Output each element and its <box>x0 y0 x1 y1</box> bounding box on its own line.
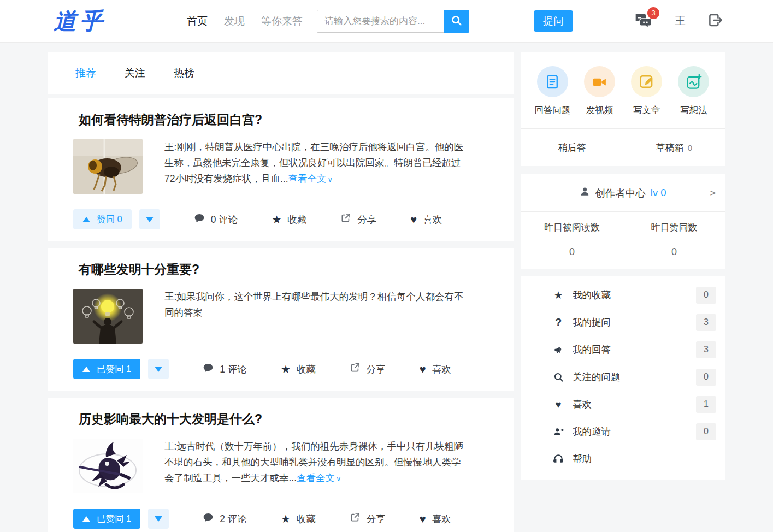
chat-bubbles-icon <box>634 22 653 31</box>
post-title[interactable]: 如何看待特朗普治疗后返回白宫? <box>79 111 492 128</box>
creation-card: 回答问题 发视频 <box>521 52 725 166</box>
upvote-button[interactable]: 赞同 0 <box>73 209 132 229</box>
triangle-down-icon <box>155 516 162 522</box>
chevron-right-icon: > <box>710 187 716 198</box>
search-input[interactable] <box>317 10 444 33</box>
count-badge: 0 <box>696 369 716 386</box>
tab-recommended[interactable]: 推荐 <box>75 66 96 80</box>
notification-badge: 3 <box>647 7 659 19</box>
creator-center-card: 创作者中心 lv 0 > 昨日被阅读数 0 昨日赞同数 0 <box>521 174 725 269</box>
collect-button[interactable]: ★ 收藏 <box>281 363 316 376</box>
messages-button[interactable]: 3 <box>634 13 653 29</box>
star-icon: ★ <box>281 513 291 524</box>
create-answer-button[interactable]: 回答问题 <box>529 66 576 116</box>
post-card: 有哪些发明十分重要? <box>48 248 514 391</box>
heart-icon: ♥ <box>420 513 426 524</box>
invite-person-icon <box>551 427 565 437</box>
create-video-button[interactable]: 发视频 <box>576 66 623 116</box>
search-icon <box>451 15 462 28</box>
menu-item-my-questions[interactable]: ? 我的提问 3 <box>521 309 725 336</box>
nav-item-discover[interactable]: 发现 <box>224 14 245 28</box>
like-button[interactable]: ♥ 喜欢 <box>420 363 451 376</box>
post-thumbnail-lightbulb-idea[interactable] <box>73 289 143 344</box>
menu-item-my-answers[interactable]: 我的回答 3 <box>521 336 725 363</box>
write-article-icon <box>631 66 662 97</box>
post-excerpt: 王:远古时代（数十万年前），我们的祖先赤身裸体，手中只有几块粗陋不堪的石头，和其… <box>164 439 464 493</box>
downvote-button[interactable] <box>148 359 169 379</box>
logout-button[interactable] <box>707 12 724 31</box>
menu-item-my-invites[interactable]: 我的邀请 0 <box>521 418 725 445</box>
post-action-bar: 已赞同 1 2 评论 ★ 收藏 <box>73 509 492 529</box>
nav-item-waiting-answer[interactable]: 等你来答 <box>261 14 303 28</box>
main-nav: 首页 发现 等你来答 <box>187 14 303 28</box>
downvote-button[interactable] <box>148 509 169 529</box>
question-icon: ? <box>551 317 565 328</box>
post-card: 历史影响最大的十大发明是什么? <box>48 398 514 532</box>
like-button[interactable]: ♥ 喜欢 <box>420 512 451 525</box>
tab-following[interactable]: 关注 <box>125 66 145 80</box>
later-drafts-row: 稍后答 草稿箱 0 <box>521 128 725 166</box>
triangle-down-icon <box>155 367 162 372</box>
comments-button[interactable]: 0 评论 <box>194 213 238 226</box>
nav-item-home[interactable]: 首页 <box>187 14 208 28</box>
star-icon: ★ <box>272 214 281 225</box>
top-header: 道乎 首页 发现 等你来答 提问 <box>0 0 773 43</box>
page-content: 推荐 关注 热榜 如何看待特朗普治疗后返回白宫? <box>48 43 725 532</box>
menu-item-likes[interactable]: ♥ 喜欢 1 <box>521 391 725 418</box>
collect-button[interactable]: ★ 收藏 <box>272 213 306 226</box>
current-user-name[interactable]: 王 <box>675 14 686 28</box>
post-body: 王:如果我问你，这个世界上有哪些最伟大的发明？相信每个人都会有不同的答案 <box>73 289 492 344</box>
post-thumbnail-ink-warrior[interactable] <box>73 439 143 493</box>
read-more-link[interactable]: 查看全文∨ <box>288 173 333 184</box>
comments-button[interactable]: 1 评论 <box>203 363 247 376</box>
write-idea-icon <box>678 66 709 97</box>
create-article-button[interactable]: 写文章 <box>623 66 670 116</box>
comments-button[interactable]: 2 评论 <box>203 512 247 525</box>
read-more-link[interactable]: 查看全文∨ <box>297 472 341 483</box>
triangle-up-icon <box>82 367 90 372</box>
menu-item-followed-questions[interactable]: 关注的问题 0 <box>521 363 725 391</box>
collect-button[interactable]: ★ 收藏 <box>281 512 316 525</box>
count-badge: 1 <box>696 396 716 413</box>
share-button[interactable]: 分享 <box>340 212 376 226</box>
create-idea-button[interactable]: 写想法 <box>670 66 717 116</box>
post-thumbnail-fly-specimen[interactable] <box>73 139 143 194</box>
upvote-button[interactable]: 已赞同 1 <box>73 509 140 529</box>
creator-center-link[interactable]: 创作者中心 lv 0 > <box>521 174 725 211</box>
count-badge: 3 <box>696 341 716 358</box>
tab-hot[interactable]: 热榜 <box>174 66 194 80</box>
share-icon <box>350 512 361 525</box>
creator-level: lv 0 <box>651 187 666 199</box>
person-icon <box>580 186 590 199</box>
heart-icon: ♥ <box>420 364 426 375</box>
post-action-bar: 已赞同 1 1 评论 ★ 收藏 <box>73 359 492 379</box>
post-title[interactable]: 历史影响最大的十大发明是什么? <box>79 411 492 428</box>
answer-doc-icon <box>537 66 568 97</box>
downvote-button[interactable] <box>139 209 160 229</box>
post-excerpt: 王:刚刚，特朗普从医疗中心出院，在三晚治疗后他将返回白宫。他的医生称，虽然他未完… <box>164 139 464 194</box>
comment-bubble-icon <box>194 213 205 226</box>
stat-yesterday-reads: 昨日被阅读数 0 <box>521 212 623 269</box>
star-icon: ★ <box>551 290 565 300</box>
video-camera-icon <box>584 66 615 97</box>
answer-later-button[interactable]: 稍后答 <box>521 129 623 166</box>
share-button[interactable]: 分享 <box>350 362 386 376</box>
menu-item-help[interactable]: 帮助 <box>521 445 725 472</box>
upvote-button[interactable]: 已赞同 1 <box>73 359 140 379</box>
feed-column: 推荐 关注 热榜 如何看待特朗普治疗后返回白宫? <box>48 52 514 532</box>
share-button[interactable]: 分享 <box>350 512 386 525</box>
search-bar <box>317 10 469 33</box>
user-cluster: 3 王 <box>634 12 724 31</box>
search-button[interactable] <box>444 10 469 33</box>
menu-item-my-collections[interactable]: ★ 我的收藏 0 <box>521 281 725 309</box>
post-title[interactable]: 有哪些发明十分重要? <box>79 261 492 278</box>
drafts-button[interactable]: 草稿箱 0 <box>623 129 725 166</box>
ask-question-button[interactable]: 提问 <box>534 10 573 32</box>
share-icon <box>340 212 351 226</box>
site-logo[interactable]: 道乎 <box>54 10 106 33</box>
like-button[interactable]: ♥ 喜欢 <box>410 213 442 226</box>
heart-icon: ♥ <box>551 399 565 410</box>
post-card: 如何看待特朗普治疗后返回白宫? <box>48 98 514 241</box>
star-icon: ★ <box>281 364 291 375</box>
share-icon <box>350 362 361 376</box>
